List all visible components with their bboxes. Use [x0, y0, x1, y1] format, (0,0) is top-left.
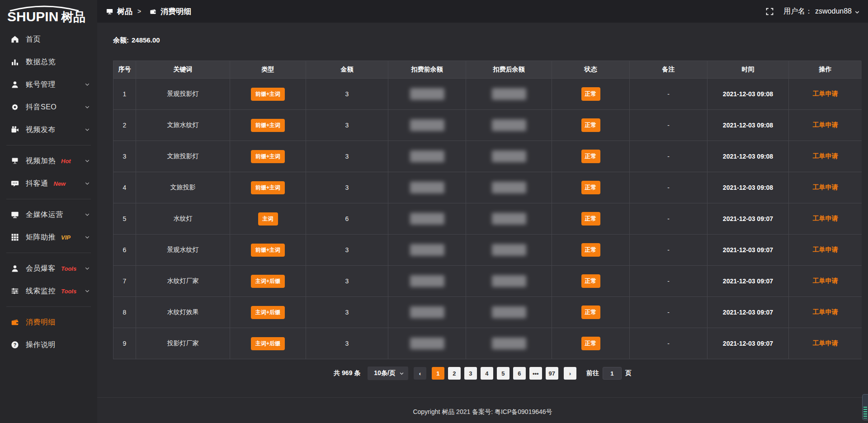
sidebar-item-home[interactable]: 首页 [0, 28, 97, 51]
work-order-link[interactable]: 工单申请 [813, 339, 838, 348]
remark-cell: - [630, 110, 708, 141]
sidebar-item-tag: New [54, 180, 66, 187]
sidebar-item-account-manage[interactable]: 账号管理 [0, 73, 97, 96]
pre-balance-cell [388, 297, 466, 328]
remark-cell: - [630, 141, 708, 172]
gear-icon [11, 103, 19, 111]
amount-cell: 3 [306, 266, 388, 297]
question-icon: ? [11, 341, 19, 349]
status-badge-cell: 正常 [552, 172, 630, 203]
table-row: 1景观投影灯前缀+主词3正常-2021-12-03 09:08工单申请 [113, 79, 861, 110]
table-row: 8水纹灯效果主词+后缀3正常-2021-12-03 09:07工单申请 [113, 297, 861, 328]
work-order-link[interactable]: 工单申请 [813, 246, 838, 254]
type-badge: 前缀+主词 [251, 181, 285, 194]
sidebar-item-label: 首页 [26, 35, 41, 44]
sidebar-item-video-publish[interactable]: 视频发布 [0, 118, 97, 141]
index-cell: 8 [113, 297, 136, 328]
page-size-select[interactable]: 10条/页 [368, 367, 408, 380]
work-order-link[interactable]: 工单申请 [813, 152, 838, 160]
time-cell: 2021-12-03 09:07 [708, 297, 789, 328]
type-badge: 前缀+主词 [251, 150, 285, 163]
svg-text:?: ? [14, 342, 17, 348]
post-balance-cell [466, 79, 552, 110]
sidebar-item-douketong[interactable]: 抖客通 New [0, 172, 97, 195]
sidebar-item-tag: VIP [61, 234, 71, 241]
post-balance-cell [466, 203, 552, 235]
sidebar-item-label: 线索监控 [26, 287, 56, 296]
index-cell: 3 [113, 141, 136, 172]
remark-cell: - [630, 79, 708, 110]
masked-balance [410, 119, 444, 131]
post-balance-cell [466, 141, 552, 172]
work-order-link[interactable]: 工单申请 [813, 277, 838, 285]
sidebar-item-label: 账号管理 [26, 80, 56, 89]
page-button-2[interactable]: 2 [448, 367, 461, 380]
fullscreen-icon[interactable] [766, 8, 774, 15]
pre-balance-cell [388, 110, 466, 141]
chevron-down-icon [85, 104, 90, 110]
page-button-97[interactable]: 97 [546, 367, 558, 380]
page-button-6[interactable]: 6 [513, 367, 526, 380]
prev-page-button[interactable]: ‹ [414, 367, 426, 380]
breadcrumb-current: 消费明细 [160, 6, 191, 17]
goto-page-input[interactable] [603, 367, 622, 380]
type-badge: 前缀+主词 [251, 244, 285, 257]
remark-cell: - [630, 172, 708, 203]
sidebar-item-consumption-detail[interactable]: 消费明细 [0, 311, 97, 334]
table-row: 4文旅投影前缀+主词3正常-2021-12-03 09:08工单申请 [113, 172, 861, 203]
sidebar-item-douyin-seo[interactable]: 抖音SEO [0, 96, 97, 118]
index-cell: 6 [113, 235, 136, 266]
type-badge: 主词 [258, 212, 278, 226]
index-cell: 1 [113, 79, 136, 110]
action-cell: 工单申请 [789, 235, 862, 266]
masked-balance [492, 306, 526, 318]
sidebar-item-matrix-boost[interactable]: 矩阵助推 VIP [0, 226, 97, 249]
page-button-3[interactable]: 3 [464, 367, 477, 380]
sidebar-item-operation-guide[interactable]: ? 操作说明 [0, 334, 97, 356]
keyword-cell: 文旅投影 [136, 172, 230, 203]
sidebar-item-label: 矩阵助推 [26, 233, 56, 242]
type-badge: 前缀+主词 [251, 88, 285, 101]
sidebar-item-all-media-ops[interactable]: 全媒体运营 [0, 203, 97, 226]
keyword-cell: 文旅投影灯 [136, 141, 230, 172]
sidebar-item-label: 会员爆客 [26, 264, 56, 273]
scroll-widget[interactable] [862, 394, 868, 420]
post-balance-cell [466, 328, 552, 359]
sidebar-item-video-heat[interactable]: 视频加热 Hot [0, 150, 97, 172]
page-button-4[interactable]: 4 [481, 367, 493, 380]
pre-balance-cell [388, 203, 466, 235]
work-order-link[interactable]: 工单申请 [813, 121, 838, 129]
remark-cell: - [630, 235, 708, 266]
chevron-down-icon [854, 9, 860, 15]
sidebar-item-member-burst[interactable]: 会员爆客 Tools [0, 257, 97, 280]
column-header: 类型 [230, 61, 306, 79]
amount-cell: 3 [306, 297, 388, 328]
work-order-link[interactable]: 工单申请 [813, 183, 838, 192]
grid-icon [11, 233, 19, 241]
balance-label: 余额: [113, 36, 129, 44]
time-cell: 2021-12-03 09:07 [708, 235, 789, 266]
pagination: 共 969 条 10条/页 ‹ 123456•••97 › 前往 页 [97, 367, 868, 380]
action-cell: 工单申请 [789, 297, 862, 328]
next-page-button[interactable]: › [564, 367, 576, 380]
status-badge: 正常 [581, 212, 600, 226]
action-cell: 工单申请 [789, 172, 862, 203]
work-order-link[interactable]: 工单申请 [813, 215, 838, 223]
work-order-link[interactable]: 工单申请 [813, 90, 838, 98]
time-cell: 2021-12-03 09:07 [708, 203, 789, 235]
page-button-5[interactable]: 5 [497, 367, 509, 380]
index-cell: 9 [113, 328, 136, 359]
ellipsis-page-button[interactable]: ••• [529, 367, 542, 380]
user-menu[interactable]: 用户名： zswodun88 [783, 7, 860, 16]
page-button-1[interactable]: 1 [432, 367, 444, 380]
masked-balance [492, 275, 526, 287]
sidebar-item-data-overview[interactable]: 数据总览 [0, 51, 97, 73]
breadcrumb-home[interactable]: 树品 [117, 6, 132, 17]
keyword-cell: 文旅水纹灯 [136, 110, 230, 141]
amount-cell: 3 [306, 235, 388, 266]
post-balance-cell [466, 266, 552, 297]
sidebar-item-lead-monitor[interactable]: 线索监控 Tools [0, 280, 97, 302]
pre-balance-cell [388, 172, 466, 203]
keyword-cell: 水纹灯厂家 [136, 266, 230, 297]
work-order-link[interactable]: 工单申请 [813, 308, 838, 316]
